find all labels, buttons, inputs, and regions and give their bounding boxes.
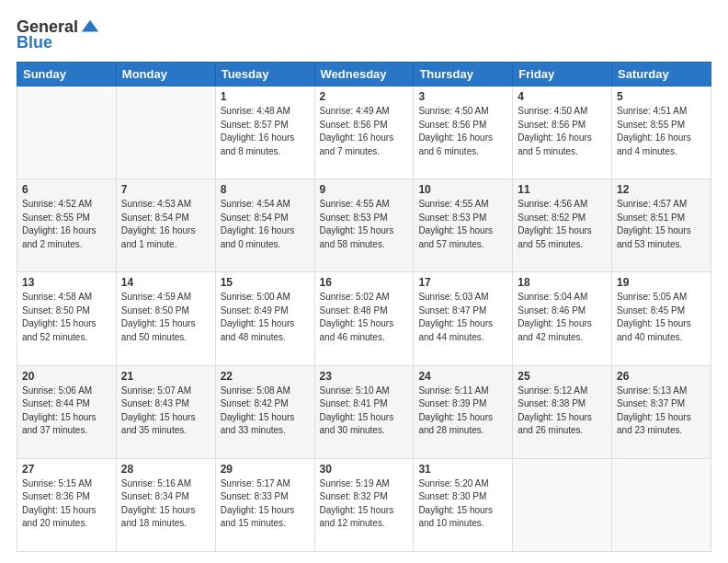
day-number: 24 (418, 370, 507, 383)
page: General Blue SundayMondayTuesdayWednesda… (0, 0, 728, 563)
header: General Blue (17, 17, 711, 52)
day-info: Sunrise: 5:15 AM Sunset: 8:36 PM Dayligh… (22, 477, 111, 531)
day-info: Sunrise: 4:52 AM Sunset: 8:55 PM Dayligh… (22, 198, 111, 251)
day-info: Sunrise: 4:59 AM Sunset: 8:50 PM Dayligh… (121, 291, 210, 344)
calendar-cell (17, 86, 117, 179)
day-number: 29 (221, 463, 310, 476)
calendar-cell: 2Sunrise: 4:49 AM Sunset: 8:56 PM Daylig… (314, 86, 414, 179)
weekday-header: Monday (116, 63, 215, 86)
day-number: 27 (22, 463, 111, 476)
day-info: Sunrise: 4:54 AM Sunset: 8:54 PM Dayligh… (221, 198, 310, 251)
calendar-week-row: 13Sunrise: 4:58 AM Sunset: 8:50 PM Dayli… (17, 272, 711, 365)
day-number: 16 (320, 276, 409, 289)
day-number: 31 (418, 463, 507, 476)
calendar-cell: 20Sunrise: 5:06 AM Sunset: 8:44 PM Dayli… (17, 365, 117, 458)
calendar-cell: 18Sunrise: 5:04 AM Sunset: 8:46 PM Dayli… (513, 272, 612, 365)
day-info: Sunrise: 5:06 AM Sunset: 8:44 PM Dayligh… (22, 385, 111, 438)
day-info: Sunrise: 4:56 AM Sunset: 8:52 PM Dayligh… (518, 198, 607, 251)
day-info: Sunrise: 5:12 AM Sunset: 8:38 PM Dayligh… (518, 385, 607, 438)
calendar-cell: 13Sunrise: 4:58 AM Sunset: 8:50 PM Dayli… (17, 272, 117, 365)
day-number: 10 (418, 183, 507, 196)
calendar-cell: 4Sunrise: 4:50 AM Sunset: 8:56 PM Daylig… (513, 86, 612, 179)
calendar-cell: 30Sunrise: 5:19 AM Sunset: 8:32 PM Dayli… (314, 458, 414, 551)
day-info: Sunrise: 4:48 AM Sunset: 8:57 PM Dayligh… (221, 105, 310, 158)
logo: General Blue (17, 17, 100, 52)
calendar-week-row: 27Sunrise: 5:15 AM Sunset: 8:36 PM Dayli… (17, 458, 711, 551)
calendar-cell (612, 458, 711, 551)
calendar-cell: 12Sunrise: 4:57 AM Sunset: 8:51 PM Dayli… (612, 179, 711, 272)
calendar-cell: 24Sunrise: 5:11 AM Sunset: 8:39 PM Dayli… (414, 365, 513, 458)
day-number: 28 (121, 463, 210, 476)
day-number: 25 (518, 370, 607, 383)
day-info: Sunrise: 5:08 AM Sunset: 8:42 PM Dayligh… (221, 385, 310, 438)
day-info: Sunrise: 5:20 AM Sunset: 8:30 PM Dayligh… (418, 477, 507, 531)
day-info: Sunrise: 4:58 AM Sunset: 8:50 PM Dayligh… (22, 291, 111, 344)
weekday-header: Tuesday (215, 63, 314, 86)
day-info: Sunrise: 5:05 AM Sunset: 8:45 PM Dayligh… (617, 291, 706, 344)
day-number: 12 (617, 183, 706, 196)
day-number: 30 (320, 463, 409, 476)
calendar-cell: 5Sunrise: 4:51 AM Sunset: 8:55 PM Daylig… (612, 86, 711, 179)
day-number: 22 (221, 370, 310, 383)
calendar-week-row: 6Sunrise: 4:52 AM Sunset: 8:55 PM Daylig… (17, 179, 711, 272)
calendar-cell: 17Sunrise: 5:03 AM Sunset: 8:47 PM Dayli… (414, 272, 513, 365)
day-number: 6 (22, 183, 111, 196)
calendar-cell: 28Sunrise: 5:16 AM Sunset: 8:34 PM Dayli… (116, 458, 215, 551)
calendar-cell: 26Sunrise: 5:13 AM Sunset: 8:37 PM Dayli… (612, 365, 711, 458)
calendar-cell: 9Sunrise: 4:55 AM Sunset: 8:53 PM Daylig… (314, 179, 414, 272)
day-info: Sunrise: 4:50 AM Sunset: 8:56 PM Dayligh… (518, 105, 607, 158)
day-number: 11 (518, 183, 607, 196)
calendar-cell: 19Sunrise: 5:05 AM Sunset: 8:45 PM Dayli… (612, 272, 711, 365)
calendar-cell: 31Sunrise: 5:20 AM Sunset: 8:30 PM Dayli… (414, 458, 513, 551)
day-number: 14 (121, 276, 210, 289)
calendar-cell: 16Sunrise: 5:02 AM Sunset: 8:48 PM Dayli… (314, 272, 414, 365)
day-info: Sunrise: 4:55 AM Sunset: 8:53 PM Dayligh… (320, 198, 409, 251)
day-info: Sunrise: 5:11 AM Sunset: 8:39 PM Dayligh… (418, 385, 507, 438)
calendar-cell: 8Sunrise: 4:54 AM Sunset: 8:54 PM Daylig… (215, 179, 314, 272)
calendar-cell: 11Sunrise: 4:56 AM Sunset: 8:52 PM Dayli… (513, 179, 612, 272)
day-info: Sunrise: 5:02 AM Sunset: 8:48 PM Dayligh… (320, 291, 409, 344)
calendar-cell: 15Sunrise: 5:00 AM Sunset: 8:49 PM Dayli… (215, 272, 314, 365)
weekday-header: Wednesday (314, 63, 414, 86)
logo-icon (80, 17, 100, 37)
day-number: 7 (121, 183, 210, 196)
calendar-cell: 10Sunrise: 4:55 AM Sunset: 8:53 PM Dayli… (414, 179, 513, 272)
calendar-cell: 21Sunrise: 5:07 AM Sunset: 8:43 PM Dayli… (116, 365, 215, 458)
calendar: SundayMondayTuesdayWednesdayThursdayFrid… (17, 62, 711, 552)
day-info: Sunrise: 4:53 AM Sunset: 8:54 PM Dayligh… (121, 198, 210, 251)
day-info: Sunrise: 5:00 AM Sunset: 8:49 PM Dayligh… (221, 291, 310, 344)
day-info: Sunrise: 5:04 AM Sunset: 8:46 PM Dayligh… (518, 291, 607, 344)
day-info: Sunrise: 5:16 AM Sunset: 8:34 PM Dayligh… (121, 477, 210, 531)
day-info: Sunrise: 4:49 AM Sunset: 8:56 PM Dayligh… (320, 105, 409, 158)
day-number: 19 (617, 276, 706, 289)
svg-marker-0 (82, 20, 98, 32)
day-info: Sunrise: 4:50 AM Sunset: 8:56 PM Dayligh… (418, 105, 507, 158)
weekday-header: Sunday (17, 63, 117, 86)
day-info: Sunrise: 5:19 AM Sunset: 8:32 PM Dayligh… (320, 477, 409, 531)
day-info: Sunrise: 5:10 AM Sunset: 8:41 PM Dayligh… (320, 385, 409, 438)
day-number: 18 (518, 276, 607, 289)
day-number: 17 (418, 276, 507, 289)
day-info: Sunrise: 5:03 AM Sunset: 8:47 PM Dayligh… (418, 291, 507, 344)
calendar-cell: 7Sunrise: 4:53 AM Sunset: 8:54 PM Daylig… (116, 179, 215, 272)
weekday-header: Thursday (414, 63, 513, 86)
calendar-cell: 25Sunrise: 5:12 AM Sunset: 8:38 PM Dayli… (513, 365, 612, 458)
day-number: 3 (418, 90, 507, 103)
calendar-header-row: SundayMondayTuesdayWednesdayThursdayFrid… (17, 63, 711, 86)
day-number: 1 (221, 90, 310, 103)
calendar-cell (513, 458, 612, 551)
calendar-cell: 1Sunrise: 4:48 AM Sunset: 8:57 PM Daylig… (215, 86, 314, 179)
day-number: 26 (617, 370, 706, 383)
day-info: Sunrise: 4:55 AM Sunset: 8:53 PM Dayligh… (418, 198, 507, 251)
day-number: 9 (320, 183, 409, 196)
calendar-cell: 6Sunrise: 4:52 AM Sunset: 8:55 PM Daylig… (17, 179, 117, 272)
day-number: 8 (221, 183, 310, 196)
day-info: Sunrise: 4:51 AM Sunset: 8:55 PM Dayligh… (617, 105, 706, 158)
day-info: Sunrise: 4:57 AM Sunset: 8:51 PM Dayligh… (617, 198, 706, 251)
calendar-cell: 27Sunrise: 5:15 AM Sunset: 8:36 PM Dayli… (17, 458, 117, 551)
day-number: 21 (121, 370, 210, 383)
weekday-header: Saturday (612, 63, 711, 86)
day-number: 15 (221, 276, 310, 289)
calendar-week-row: 20Sunrise: 5:06 AM Sunset: 8:44 PM Dayli… (17, 365, 711, 458)
weekday-header: Friday (513, 63, 612, 86)
